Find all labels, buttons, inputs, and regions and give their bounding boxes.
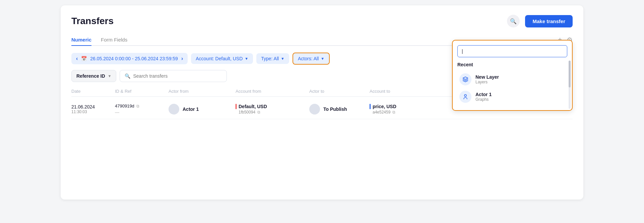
recent-label: Recent <box>457 62 567 67</box>
search-row: Reference ID ▼ 🔍 Recent N <box>71 70 573 82</box>
actor-name-new-layer: New Layer <box>475 74 499 80</box>
type-filter-label: Type: All <box>261 56 279 61</box>
ref-dash: — <box>115 110 169 115</box>
make-transfer-button[interactable]: Make transfer <box>525 15 573 27</box>
col-account-to: Account to <box>370 89 443 94</box>
actor-item-new-layer[interactable]: New Layer Layers <box>457 71 567 88</box>
actors-popup-search-input[interactable] <box>457 45 567 57</box>
date-next-button[interactable]: › <box>181 56 183 62</box>
calendar-icon: 📅 <box>81 56 87 61</box>
actor-from-name: Actor 1 <box>183 106 199 112</box>
row-time: 11:30:03 <box>71 109 115 114</box>
col-date: Date <box>71 89 115 94</box>
type-filter-arrow: ▼ <box>281 57 284 61</box>
actors-popup: Recent New Layer Layers <box>452 40 573 111</box>
actor-from-avatar <box>169 104 179 115</box>
col-actor-to: Actor to <box>309 89 370 94</box>
account-filter-label: Account: Default, USD <box>196 56 243 61</box>
copy-account-to-button[interactable]: ⧉ <box>392 110 395 115</box>
account-to-label: price, USD <box>373 104 396 109</box>
type-filter[interactable]: Type: All ▼ <box>256 53 289 64</box>
account-to-bar <box>370 104 371 109</box>
ref-id-dropdown[interactable]: Reference ID ▼ <box>71 70 116 82</box>
actor-to-cell: To Publish <box>309 104 370 115</box>
account-from-sub: 1fb50094 <box>239 110 255 115</box>
account-to-sub-row: a4e52459 ⧉ <box>370 110 443 115</box>
ref-id-label: Reference ID <box>76 73 105 79</box>
date-range-label: 26.05.2024 0:00:00 - 25.06.2024 23:59:59 <box>90 56 178 61</box>
actor-sub-new-layer: Layers <box>475 80 499 84</box>
id-text: 4790919d <box>115 103 134 108</box>
actor-to-avatar <box>309 104 320 115</box>
id-cell: 4790919d ⧉ — <box>115 103 169 115</box>
id-value-row: 4790919d ⧉ <box>115 103 169 108</box>
account-from-sub-row: 1fb50094 ⧉ <box>236 110 309 115</box>
page-title: Transfers <box>71 16 114 26</box>
popup-scrollbar-thumb <box>569 61 571 87</box>
tab-numeric[interactable]: Numeric <box>71 34 91 46</box>
header: Transfers 🔍 Make transfer <box>71 15 573 27</box>
actors-filter[interactable]: Actors: All ▼ <box>293 53 330 65</box>
actor-to-name: To Publish <box>323 106 347 112</box>
account-filter-arrow: ▼ <box>245 57 248 61</box>
search-icon-small: 🔍 <box>125 73 130 79</box>
svg-marker-0 <box>463 77 468 80</box>
col-account-from: Account from <box>236 89 309 94</box>
search-input[interactable] <box>133 73 222 79</box>
actor-item-actor1[interactable]: Actor 1 Graphs <box>457 88 567 105</box>
copy-account-from-button[interactable]: ⧉ <box>257 110 260 115</box>
popup-scrollbar[interactable] <box>569 61 571 109</box>
col-id-ref: ID & Ref <box>115 89 169 94</box>
search-input-wrapper: 🔍 <box>120 70 227 82</box>
actors-filter-label: Actors: All <box>298 56 319 61</box>
tab-form-fields[interactable]: Form Fields <box>101 34 127 46</box>
global-search-button[interactable]: 🔍 <box>507 15 520 27</box>
account-to-sub: a4e52459 <box>373 110 390 115</box>
date-prev-button[interactable]: ‹ <box>76 56 78 62</box>
actor-name-actor1: Actor 1 <box>475 92 492 97</box>
account-filter[interactable]: Account: Default, USD ▼ <box>191 53 253 64</box>
account-to-cell: price, USD a4e52459 ⧉ <box>370 104 443 115</box>
ref-id-arrow: ▼ <box>108 74 112 78</box>
account-from-main: Default, USD <box>236 104 309 109</box>
account-from-cell: Default, USD 1fb50094 ⧉ <box>236 104 309 115</box>
account-from-label: Default, USD <box>239 104 267 109</box>
actors-filter-arrow: ▼ <box>321 57 324 61</box>
date-cell: 21.06.2024 11:30:03 <box>71 104 115 114</box>
copy-id-button[interactable]: ⧉ <box>136 104 139 108</box>
row-date: 21.06.2024 <box>71 104 115 109</box>
actor1-icon <box>459 91 471 103</box>
svg-point-1 <box>464 94 466 96</box>
actor-info-new-layer: New Layer Layers <box>475 74 499 84</box>
actor-from-cell: Actor 1 <box>169 104 236 115</box>
account-to-main: price, USD <box>370 104 443 109</box>
date-range-filter[interactable]: ‹ 📅 26.05.2024 0:00:00 - 25.06.2024 23:5… <box>71 53 188 64</box>
actor-sub-actor1: Graphs <box>475 97 492 102</box>
search-icon: 🔍 <box>510 18 517 24</box>
account-from-bar <box>236 104 237 109</box>
header-right: 🔍 Make transfer <box>507 15 573 27</box>
actor-info-actor1: Actor 1 Graphs <box>475 92 492 102</box>
new-layer-icon <box>459 73 471 85</box>
col-actor-from: Actor from <box>169 89 236 94</box>
page-container: Transfers 🔍 Make transfer Numeric Form F… <box>61 5 583 200</box>
